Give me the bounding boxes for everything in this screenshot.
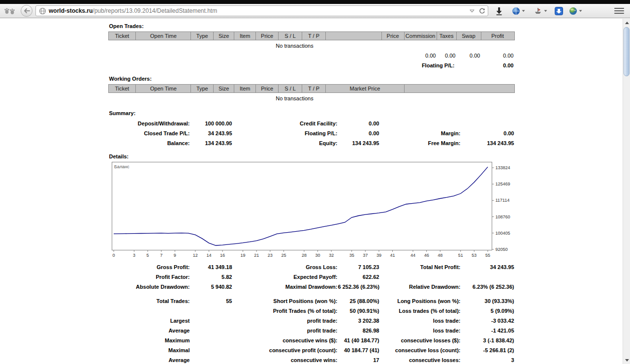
- header-cell: S / L: [279, 32, 302, 40]
- download-button[interactable]: [495, 7, 503, 15]
- header-cell: Type: [191, 32, 214, 40]
- svg-text:16: 16: [220, 253, 225, 258]
- header-cell: Item: [234, 32, 256, 40]
- stats-rows-bottom: Total Trades:55Short Positions (won %):2…: [108, 296, 515, 364]
- header-cell: Item: [234, 85, 256, 93]
- url-bar[interactable]: world-stocks.ru/pub/reports/13.09.2014/D…: [35, 5, 488, 16]
- chevron-down-icon: [543, 9, 548, 13]
- header-cell: Price: [256, 85, 279, 93]
- header-cell: Ticket: [108, 85, 136, 93]
- stat-value: 6 252.36 (6.23%): [338, 282, 380, 292]
- reload-icon[interactable]: [478, 7, 486, 15]
- summary-label: Margin:: [380, 128, 461, 138]
- stat-row: Averageprofit trade:826.98loss trade:-1 …: [108, 326, 515, 335]
- stat-label: Average: [108, 326, 190, 335]
- floating-pl-row: Floating P/L: 0.00: [108, 62, 515, 69]
- stat-value: 622.62: [338, 272, 380, 282]
- header-cell: [404, 85, 514, 93]
- stat-label: [380, 272, 461, 282]
- stat-label: consecutive profit (count):: [233, 345, 338, 355]
- svg-text:125469: 125469: [495, 182, 510, 186]
- stat-value: [190, 306, 233, 316]
- stat-label: Relative Drawdown:: [380, 282, 461, 292]
- paw-icon[interactable]: [4, 6, 16, 15]
- summary-value: 134 243.95: [461, 138, 515, 148]
- svg-text:30: 30: [315, 253, 320, 258]
- summary-label: [380, 119, 461, 128]
- svg-text:25: 25: [281, 253, 286, 258]
- stat-row: Averageconsecutive wins:17consecutive lo…: [108, 355, 515, 364]
- svg-text:117114: 117114: [495, 198, 509, 203]
- addon-ship-button[interactable]: [534, 7, 548, 15]
- scroll-down-button[interactable]: [623, 356, 630, 364]
- stat-value: -5 266.81 (2): [461, 345, 515, 355]
- balance-chart-svg: Баланс9205010040510876011711412546913382…: [108, 162, 515, 259]
- svg-text:92050: 92050: [495, 247, 507, 252]
- scroll-up-button[interactable]: [623, 19, 630, 27]
- stat-label: Maximum: [108, 335, 190, 345]
- stat-value: 3 (-1 838.42): [461, 335, 515, 345]
- svg-text:51: 51: [458, 253, 463, 258]
- stat-value: -3 033.42: [461, 316, 515, 326]
- stat-label: Average: [108, 355, 190, 364]
- stat-label: Gross Loss:: [233, 262, 338, 272]
- header-cell: Taxes: [437, 32, 456, 40]
- stat-value: [190, 316, 233, 326]
- stat-label: Largest: [108, 316, 190, 326]
- site-globe-icon: [39, 7, 46, 15]
- stat-value: 40 184.77 (41): [338, 345, 380, 355]
- svg-text:3: 3: [132, 253, 135, 258]
- header-cell: Profit: [481, 32, 514, 40]
- stat-row: Absolute Drawdown:5 940.82Maximal Drawdo…: [108, 282, 515, 292]
- addon-globe-button[interactable]: [512, 7, 526, 15]
- svg-text:39: 39: [376, 253, 381, 258]
- summary-value: 134 243.95: [190, 138, 233, 148]
- total-value: 0.00: [405, 53, 437, 59]
- vertical-scrollbar[interactable]: [623, 19, 630, 364]
- stat-value: 5 (9.09%): [461, 306, 515, 316]
- summary-value: 0.00: [461, 128, 515, 138]
- stat-label: Expected Payoff:: [233, 272, 338, 282]
- stat-row: Total Trades:55Short Positions (won %):2…: [108, 296, 515, 306]
- summary-label: Deposit/Withdrawal:: [108, 119, 190, 128]
- header-cell: Swap: [456, 32, 481, 40]
- stat-label: consecutive loss (count):: [380, 345, 461, 355]
- addon-world-button[interactable]: [569, 7, 583, 15]
- svg-text:28: 28: [301, 253, 306, 258]
- addon-square-button[interactable]: [555, 7, 563, 15]
- svg-text:55: 55: [485, 253, 490, 258]
- stat-label: Absolute Drawdown:: [108, 282, 190, 292]
- addon-square-icon: [555, 7, 563, 15]
- back-arrow-icon: [23, 8, 30, 14]
- stat-value: 50 (90.91%): [338, 306, 380, 316]
- stat-row: Maximalconsecutive profit (count):40 184…: [108, 345, 515, 355]
- floating-pl-label: Floating P/L:: [108, 62, 456, 69]
- summary-label: Free Margin:: [380, 138, 461, 148]
- svg-text:41: 41: [390, 253, 395, 258]
- working-orders-empty: No transactions: [108, 95, 481, 102]
- stat-row: Largestprofit trade:3 202.38loss trade:-…: [108, 316, 515, 326]
- stat-value: 55: [190, 296, 233, 306]
- stat-row: Maximumconsecutive wins ($):41 (40 184.7…: [108, 335, 515, 345]
- svg-text:12: 12: [192, 253, 197, 258]
- summary-label: Credit Facility:: [233, 119, 338, 128]
- stat-value: 41 (40 184.77): [338, 335, 380, 345]
- stat-value: 41 349.18: [190, 262, 233, 272]
- stat-value: 6.23% (6 252.36): [461, 282, 515, 292]
- chevron-down-icon: [578, 9, 583, 13]
- url-dropdown-icon[interactable]: [469, 8, 475, 13]
- summary-row: Closed Trade P/L:34 243.95Floating P/L:0…: [108, 128, 515, 138]
- url-path: /pub/reports/13.09.2014/DetailedStatemen…: [93, 7, 217, 14]
- summary-value: 100 000.00: [190, 119, 233, 128]
- scrollbar-thumb[interactable]: [624, 27, 630, 76]
- stat-value: 34 243.95: [461, 262, 515, 272]
- window-titlebar: [0, 0, 630, 4]
- stat-label: consecutive losses:: [380, 355, 461, 364]
- open-trades-totals-row: 0.000.000.000.00: [108, 53, 515, 59]
- stat-label: Maximal: [108, 345, 190, 355]
- header-cell: Price: [381, 32, 404, 40]
- menu-button[interactable]: [614, 7, 624, 15]
- header-cell: Size: [214, 85, 234, 93]
- back-button[interactable]: [21, 5, 32, 17]
- stat-row: Profit Trades (% of total):50 (90.91%)Lo…: [108, 306, 515, 316]
